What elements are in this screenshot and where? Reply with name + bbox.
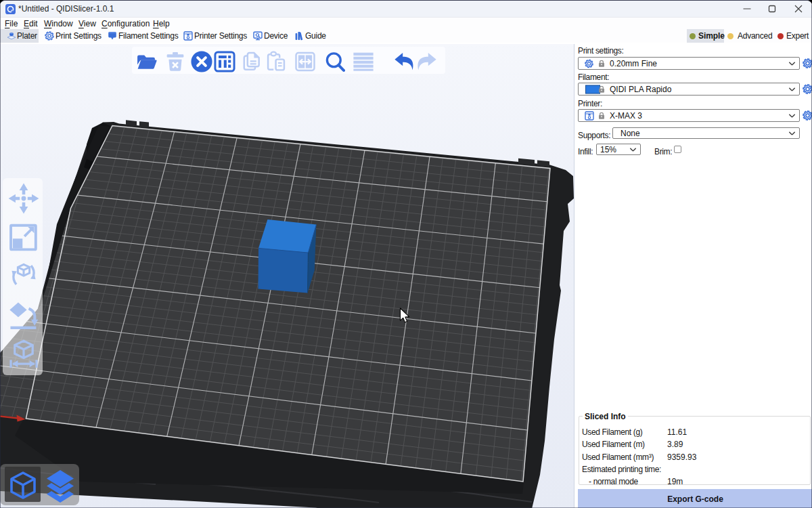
infill-label: Infill:	[578, 147, 593, 156]
printer-label: Printer:	[578, 99, 602, 108]
mode-label: Simple	[698, 29, 725, 43]
tab-label: Print Settings	[55, 29, 102, 43]
menu-configuration[interactable]: Configuration	[102, 18, 150, 30]
variable-layer-height-icon[interactable]	[351, 49, 376, 74]
tab-print-settings[interactable]: Print Settings	[42, 29, 105, 43]
tab-plater[interactable]: Plater	[0, 29, 39, 43]
minimize-icon	[743, 5, 751, 13]
guide-icon	[294, 31, 304, 41]
print-bed-scene: .gF{stroke:#515254;stroke-width:1}.gM{st…	[0, 44, 574, 508]
lock-icon	[598, 112, 605, 119]
print-settings-label: Print settings:	[578, 46, 623, 56]
measure-gizmo-icon[interactable]	[8, 337, 39, 368]
undo-icon[interactable]	[392, 49, 417, 74]
sliced-info-value: 3.89	[667, 440, 683, 449]
paste-icon[interactable]	[263, 49, 288, 74]
filament-combo[interactable]: QIDI PLA Rapido	[578, 83, 800, 96]
scale-gizmo-icon[interactable]	[8, 221, 39, 253]
printer-icon	[585, 111, 594, 121]
filament-gear-button[interactable]	[803, 84, 812, 94]
tab-label: Filament Settings	[118, 29, 178, 43]
mode-label: Expert	[786, 29, 809, 43]
chevron-down-icon	[789, 87, 795, 91]
print-settings-gear-button[interactable]	[803, 58, 812, 68]
simple-mode-dot-icon	[690, 33, 696, 39]
maximize-button[interactable]	[759, 1, 785, 17]
rotate-gizmo-icon[interactable]	[8, 259, 39, 291]
brim-checkbox[interactable]	[674, 146, 681, 153]
menu-view[interactable]: View	[78, 18, 96, 30]
chevron-down-icon	[789, 131, 795, 135]
minimize-button[interactable]	[734, 1, 760, 17]
plater-3d-viewport[interactable]: .gF{stroke:#515254;stroke-width:1}.gM{st…	[0, 44, 574, 508]
device-icon	[253, 31, 263, 41]
gizmo-toolbar	[3, 178, 43, 375]
preview-view-button[interactable]	[41, 467, 77, 502]
filament-settings-icon	[108, 31, 117, 41]
infill-combo[interactable]: 15%	[596, 144, 641, 155]
mode-simple[interactable]: Simple	[687, 29, 724, 43]
tab-label: Guide	[305, 29, 326, 43]
sliced-info-label: Used Filament (g)	[582, 427, 642, 437]
close-button[interactable]	[786, 1, 811, 17]
open-icon[interactable]	[134, 49, 158, 74]
infill-value: 15%	[600, 144, 616, 154]
export-gcode-button[interactable]: Export G-code	[578, 489, 812, 508]
menu-edit[interactable]: Edit	[24, 18, 38, 30]
printer-combo[interactable]: X-MAX 3	[578, 109, 800, 122]
chevron-down-icon	[789, 62, 795, 65]
redo-icon[interactable]	[414, 49, 438, 74]
settings-sidebar: Print settings: 0.20mm Fine Filament: QI…	[574, 44, 812, 508]
menu-window[interactable]: Window	[44, 18, 73, 30]
printer-settings-icon	[183, 31, 193, 41]
lock-icon	[598, 60, 605, 67]
editor-view-button[interactable]	[5, 467, 41, 502]
maximize-icon	[768, 5, 776, 13]
menu-help[interactable]: Help	[153, 18, 170, 30]
window-title: *Untitled - QIDISlicer-1.0.1	[18, 1, 114, 17]
view-mode-toolbar	[0, 464, 79, 505]
split-objects-icon[interactable]	[293, 49, 317, 74]
tab-guide[interactable]: Guide	[292, 29, 327, 43]
copy-icon[interactable]	[240, 49, 264, 74]
supports-combo[interactable]: None	[612, 127, 800, 139]
sliced-info-value: 9359.93	[667, 452, 696, 462]
mode-expert[interactable]: Expert	[775, 29, 812, 43]
menu-file[interactable]: File	[5, 18, 18, 30]
export-gcode-label: Export G-code	[667, 494, 723, 504]
tab-device[interactable]: Device	[250, 29, 288, 43]
mouse-cursor	[399, 308, 411, 325]
sliced-info-value: 11.61	[667, 427, 687, 437]
menu-bar: File Edit Window View Configuration Help	[0, 17, 812, 29]
tab-bar: Plater Print Settings Filament Settings	[0, 29, 812, 43]
printer-gear-button[interactable]	[803, 110, 812, 121]
tab-label: Printer Settings	[194, 29, 247, 43]
tab-filament-settings[interactable]: Filament Settings	[105, 29, 175, 43]
place-on-face-gizmo-icon[interactable]	[8, 300, 39, 331]
sliced-info-panel: Sliced Info Used Filament (g) 11.61 Used…	[579, 416, 811, 485]
app-window: *Untitled - QIDISlicer-1.0.1 File Edit W…	[0, 0, 812, 508]
delete-icon[interactable]	[163, 49, 187, 74]
mode-advanced[interactable]: Advanced	[725, 29, 771, 43]
chevron-down-icon	[789, 114, 795, 117]
tab-printer-settings[interactable]: Printer Settings	[181, 29, 246, 43]
sliced-info-label: - normal mode	[589, 477, 638, 486]
expert-mode-dot-icon	[777, 33, 784, 39]
main-area: .gF{stroke:#515254;stroke-width:1}.gM{st…	[0, 44, 812, 508]
preview-layers-icon	[43, 468, 77, 503]
arrange-icon[interactable]	[212, 49, 237, 74]
print-settings-combo[interactable]: 0.20mm Fine	[578, 57, 800, 70]
search-icon[interactable]	[323, 49, 347, 74]
filament-value: QIDI PLA Rapido	[610, 83, 671, 95]
object-toolbar	[0, 47, 574, 74]
plater-icon	[7, 31, 16, 41]
filament-label: Filament:	[578, 72, 609, 82]
sliced-info-label: Used Filament (m)	[582, 440, 645, 449]
brim-label: Brim:	[654, 147, 672, 156]
sliced-info-value: 19m	[667, 477, 683, 486]
supports-label: Supports:	[578, 131, 610, 140]
app-logo-icon	[5, 4, 16, 14]
move-gizmo-icon[interactable]	[8, 183, 39, 214]
close-icon	[794, 5, 803, 13]
delete-all-icon[interactable]	[189, 49, 214, 74]
